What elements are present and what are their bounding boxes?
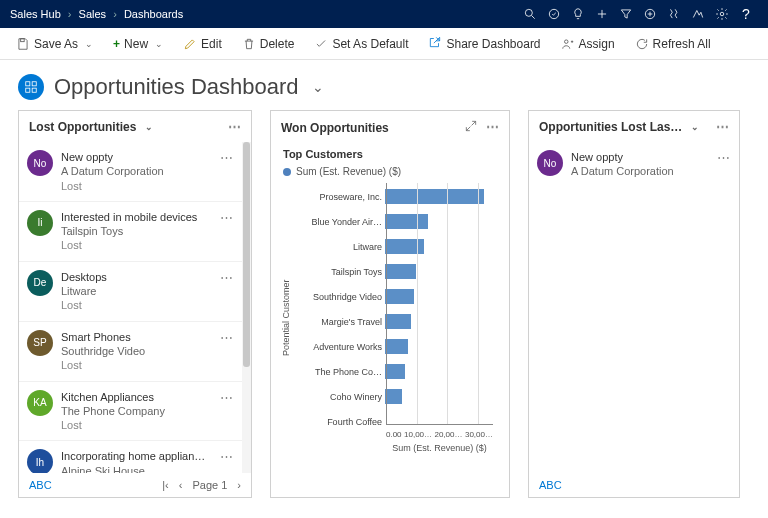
- list-item-text: DesktopsLitwareLost: [61, 270, 212, 313]
- settings-alt-icon[interactable]: [662, 0, 686, 28]
- help-icon[interactable]: ?: [734, 0, 758, 28]
- save-as-button[interactable]: Save As⌄: [8, 33, 101, 55]
- plus-icon[interactable]: [590, 0, 614, 28]
- list-item-text: Smart PhonesSouthridge VideoLost: [61, 330, 212, 373]
- chart-xaxis: 0.0010,00…20,00…30,00…: [386, 430, 493, 439]
- avatar: Ih: [27, 449, 53, 473]
- gear-icon[interactable]: [710, 0, 734, 28]
- chevron-down-icon: ⌄: [85, 39, 93, 49]
- bar-label: Margie's Travel: [293, 317, 385, 327]
- footer-abc[interactable]: ABC: [29, 479, 52, 491]
- more-icon[interactable]: ⋯: [717, 150, 731, 165]
- task-icon[interactable]: [542, 0, 566, 28]
- more-icon[interactable]: ⋯: [486, 119, 499, 136]
- xtick: 0.00: [386, 430, 402, 439]
- list-item[interactable]: NoNew opptyA Datum Corporation⋯: [529, 142, 739, 187]
- chevron-down-icon: ⌄: [155, 39, 163, 49]
- assistant-icon[interactable]: [686, 0, 710, 28]
- item-sub: Tailspin Toys: [61, 224, 212, 238]
- avatar: No: [537, 150, 563, 176]
- chart-grid: [386, 183, 493, 425]
- command-bar: Save As⌄ +New⌄ Edit Delete Set As Defaul…: [0, 28, 768, 60]
- list-item[interactable]: SPSmart PhonesSouthridge VideoLost⋯: [19, 321, 242, 381]
- more-icon[interactable]: ⋯: [220, 390, 234, 405]
- bar-label: Southridge Video: [293, 292, 385, 302]
- item-title: Smart Phones: [61, 330, 212, 344]
- item-title: Incorporating home applian…: [61, 449, 212, 463]
- item-title: Desktops: [61, 270, 212, 284]
- avatar: No: [27, 150, 53, 176]
- bar-label: The Phone Co…: [293, 367, 385, 377]
- item-sub: A Datum Corporation: [61, 164, 212, 178]
- panel-won-opportunities: Won Opportunities ⋯ Top Customers Sum (E…: [270, 110, 510, 498]
- bar-label: Fourth Coffee: [293, 417, 385, 427]
- chart-ylabel: Potential Customer: [279, 183, 293, 453]
- more-icon[interactable]: ⋯: [220, 330, 234, 345]
- chevron-down-icon[interactable]: ⌄: [691, 122, 699, 132]
- bar-label: Coho Winery: [293, 392, 385, 402]
- lost7-list: NoNew opptyA Datum Corporation⋯: [529, 142, 739, 473]
- breadcrumb-sep: ›: [68, 8, 72, 20]
- more-icon[interactable]: ⋯: [220, 150, 234, 165]
- item-title: Interested in mobile devices: [61, 210, 212, 224]
- top-nav: Sales Hub › Sales › Dashboards ?: [0, 0, 768, 28]
- more-icon[interactable]: ⋯: [716, 119, 729, 134]
- refresh-button[interactable]: Refresh All: [627, 33, 719, 55]
- page-indicator: Page 1: [192, 479, 227, 491]
- xtick: 10,00…: [404, 430, 432, 439]
- delete-button[interactable]: Delete: [234, 33, 303, 55]
- share-button[interactable]: Share Dashboard: [420, 31, 548, 56]
- svg-rect-13: [32, 82, 36, 86]
- bar-label: Litware: [293, 242, 385, 252]
- page-header: Opportunities Dashboard ⌄: [0, 60, 768, 110]
- item-sub: The Phone Company: [61, 404, 212, 418]
- item-title: New oppty: [61, 150, 212, 164]
- add-circle-icon[interactable]: [638, 0, 662, 28]
- filter-icon[interactable]: [614, 0, 638, 28]
- more-icon[interactable]: ⋯: [228, 119, 241, 134]
- list-item[interactable]: IiInterested in mobile devicesTailspin T…: [19, 201, 242, 261]
- item-sub: Alpine Ski House: [61, 464, 212, 473]
- panel-lost-last: Opportunities Lost Las… ⌄ ⋯ NoNew opptyA…: [528, 110, 740, 498]
- list-item[interactable]: KAKitchen AppliancesThe Phone CompanyLos…: [19, 381, 242, 441]
- bar-label: Blue Yonder Air…: [293, 217, 385, 227]
- search-icon[interactable]: [518, 0, 542, 28]
- more-icon[interactable]: ⋯: [220, 210, 234, 225]
- new-button[interactable]: +New⌄: [105, 33, 171, 55]
- chart-legend: Sum (Est. Revenue) ($): [271, 160, 509, 183]
- footer-abc[interactable]: ABC: [539, 479, 562, 491]
- chart-area: Potential Customer Proseware, Inc.Blue Y…: [271, 183, 509, 453]
- svg-point-0: [525, 9, 532, 16]
- item-status: Lost: [61, 358, 212, 372]
- breadcrumb-sales[interactable]: Sales: [79, 8, 107, 20]
- item-status: Lost: [61, 238, 212, 252]
- list-item-text: Interested in mobile devicesTailspin Toy…: [61, 210, 212, 253]
- edit-button[interactable]: Edit: [175, 33, 230, 55]
- item-status: Lost: [61, 298, 212, 312]
- page-next-icon[interactable]: ›: [237, 479, 241, 491]
- breadcrumb-root[interactable]: Sales Hub: [10, 8, 61, 20]
- assign-button[interactable]: Assign: [553, 33, 623, 55]
- svg-line-1: [532, 16, 535, 19]
- set-default-button[interactable]: Set As Default: [306, 33, 416, 55]
- chevron-down-icon[interactable]: ⌄: [312, 79, 324, 95]
- page-first-icon[interactable]: |‹: [162, 479, 169, 491]
- scrollbar[interactable]: [242, 142, 251, 473]
- bulb-icon[interactable]: [566, 0, 590, 28]
- list-item[interactable]: DeDesktopsLitwareLost⋯: [19, 261, 242, 321]
- more-icon[interactable]: ⋯: [220, 270, 234, 285]
- breadcrumb-dashboards[interactable]: Dashboards: [124, 8, 183, 20]
- page-prev-icon[interactable]: ‹: [179, 479, 183, 491]
- list-item-text: Incorporating home applian…Alpine Ski Ho…: [61, 449, 212, 473]
- page-title: Opportunities Dashboard: [54, 74, 299, 100]
- list-item[interactable]: NoNew opptyA Datum CorporationLost⋯: [19, 142, 242, 201]
- bar-label: Proseware, Inc.: [293, 192, 385, 202]
- item-sub: Litware: [61, 284, 212, 298]
- svg-point-9: [720, 12, 724, 16]
- more-icon[interactable]: ⋯: [220, 449, 234, 464]
- dashboard-grid: Lost Opportunities ⌄ ⋯ NoNew opptyA Datu…: [0, 110, 768, 498]
- expand-icon[interactable]: [464, 119, 478, 136]
- breadcrumb: Sales Hub › Sales › Dashboards: [10, 8, 183, 20]
- chevron-down-icon[interactable]: ⌄: [145, 122, 153, 132]
- list-item[interactable]: IhIncorporating home applian…Alpine Ski …: [19, 440, 242, 473]
